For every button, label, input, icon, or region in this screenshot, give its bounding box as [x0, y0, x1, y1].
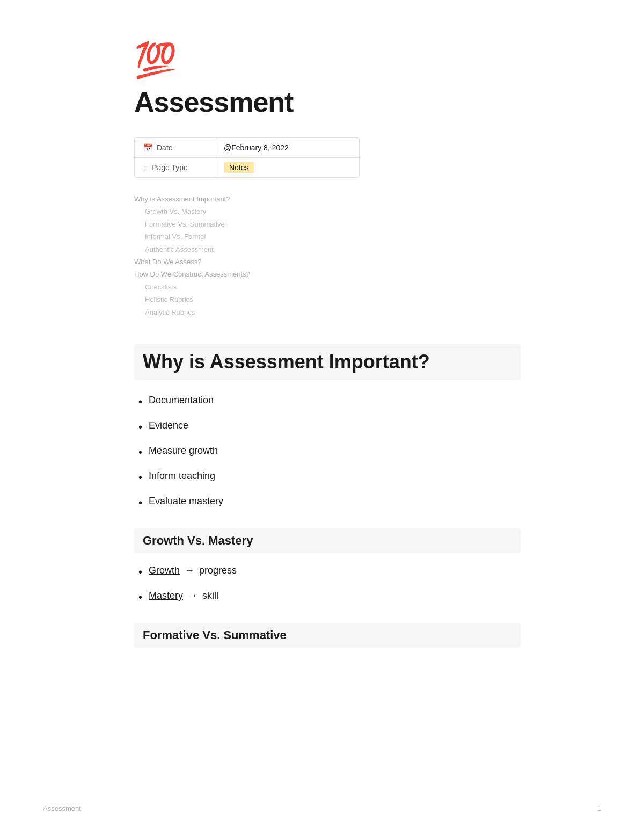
section-heading-growth-mastery: Growth Vs. Mastery — [134, 528, 521, 553]
mastery-link[interactable]: Mastery — [149, 590, 183, 601]
date-label: 📅 Date — [135, 138, 215, 157]
date-value[interactable]: @February 8, 2022 — [215, 138, 297, 157]
mastery-arrow: → — [188, 590, 197, 601]
table-of-contents: Why is Assessment Important? Growth Vs. … — [134, 193, 521, 318]
growth-link[interactable]: Growth — [149, 565, 180, 576]
page-title: Assessment — [134, 86, 521, 118]
list-item-documentation: Documentation — [138, 393, 521, 410]
toc-item-checklists[interactable]: Checklists — [134, 281, 521, 293]
footer-page-number: 1 — [597, 804, 601, 813]
notes-badge[interactable]: Notes — [224, 162, 254, 173]
section-heading-formative-summative: Formative Vs. Summative — [134, 623, 521, 648]
section-heading-why-important: Why is Assessment Important? — [134, 344, 521, 380]
toc-item-growth-mastery[interactable]: Growth Vs. Mastery — [134, 205, 521, 217]
why-important-list: Documentation Evidence Measure growth In… — [134, 393, 521, 511]
calendar-icon: 📅 — [143, 143, 152, 152]
growth-mastery-list: Growth → progress Mastery → skill — [134, 563, 521, 606]
list-item-inform-teaching: Inform teaching — [138, 468, 521, 486]
footer-title: Assessment — [43, 804, 81, 813]
toc-item-why-important[interactable]: Why is Assessment Important? — [134, 193, 521, 205]
list-icon: ≡ — [143, 163, 148, 172]
page-type-label: ≡ Page Type — [135, 158, 215, 177]
date-property-row: 📅 Date @February 8, 2022 — [135, 138, 359, 158]
toc-item-authentic-assessment[interactable]: Authentic Assessment — [134, 243, 521, 256]
toc-item-how-construct[interactable]: How Do We Construct Assessments? — [134, 268, 521, 280]
page-footer: Assessment 1 — [0, 804, 644, 813]
toc-item-what-do-we-assess[interactable]: What Do We Assess? — [134, 256, 521, 268]
growth-arrow: → — [185, 565, 194, 576]
list-item-mastery: Mastery → skill — [138, 588, 521, 606]
list-item-measure-growth: Measure growth — [138, 443, 521, 461]
properties-table: 📅 Date @February 8, 2022 ≡ Page Type Not… — [134, 137, 360, 178]
list-item-growth: Growth → progress — [138, 563, 521, 581]
mastery-term: Mastery → skill — [149, 588, 218, 604]
toc-item-formative-summative[interactable]: Formative Vs. Summative — [134, 218, 521, 230]
page-type-value[interactable]: Notes — [215, 158, 263, 177]
list-item-evaluate-mastery: Evaluate mastery — [138, 494, 521, 511]
toc-item-analytic-rubrics[interactable]: Analytic Rubrics — [134, 306, 521, 318]
growth-term: Growth → progress — [149, 563, 237, 578]
list-item-evidence: Evidence — [138, 418, 521, 436]
page-type-property-row: ≡ Page Type Notes — [135, 158, 359, 177]
toc-item-holistic-rubrics[interactable]: Holistic Rubrics — [134, 293, 521, 306]
toc-item-informal-formal[interactable]: Informal Vs. Formal — [134, 230, 521, 243]
page-emoji: 💯 — [134, 43, 521, 77]
